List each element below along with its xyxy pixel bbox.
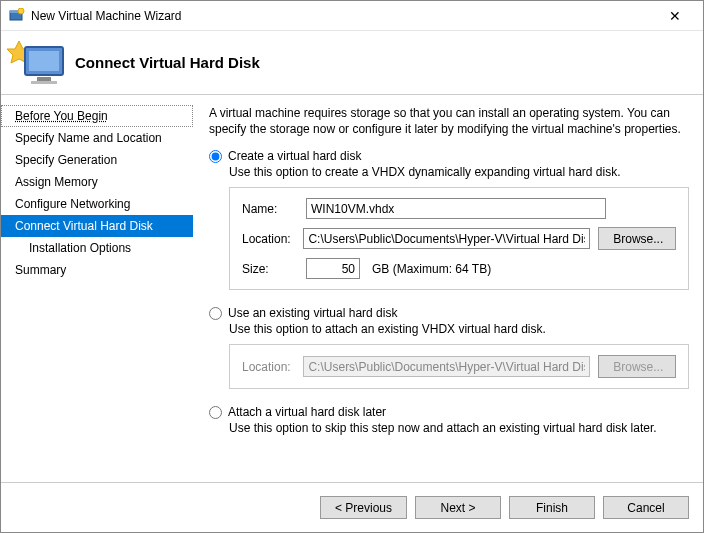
option-existing-vhd: Use an existing virtual hard disk Use th… <box>209 306 689 389</box>
step-configure-networking[interactable]: Configure Networking <box>1 193 193 215</box>
name-input[interactable] <box>306 198 606 219</box>
name-label: Name: <box>242 202 298 216</box>
step-specify-generation[interactable]: Specify Generation <box>1 149 193 171</box>
finish-button[interactable]: Finish <box>509 496 595 519</box>
step-installation-options[interactable]: Installation Options <box>1 237 193 259</box>
existing-location-input <box>303 356 590 377</box>
radio-later-label: Attach a virtual hard disk later <box>228 405 386 419</box>
next-button[interactable]: Next > <box>415 496 501 519</box>
browse-button[interactable]: Browse... <box>598 227 676 250</box>
wizard-window: New Virtual Machine Wizard ✕ Connect Vir… <box>0 0 704 533</box>
svg-rect-7 <box>31 81 57 84</box>
existing-desc: Use this option to attach an existing VH… <box>229 322 689 336</box>
titlebar: New Virtual Machine Wizard ✕ <box>1 1 703 31</box>
create-desc: Use this option to create a VHDX dynamic… <box>229 165 689 179</box>
close-button[interactable]: ✕ <box>655 8 695 24</box>
size-label: Size: <box>242 262 298 276</box>
create-fieldset: Name: Location: Browse... Size: GB (Maxi… <box>229 187 689 290</box>
cancel-button[interactable]: Cancel <box>603 496 689 519</box>
existing-browse-button: Browse... <box>598 355 676 378</box>
step-summary[interactable]: Summary <box>1 259 193 281</box>
location-input[interactable] <box>303 228 590 249</box>
wizard-icon <box>7 37 71 89</box>
wizard-steps: Before You Begin Specify Name and Locati… <box>1 95 193 482</box>
step-specify-name[interactable]: Specify Name and Location <box>1 127 193 149</box>
option-attach-later: Attach a virtual hard disk later Use thi… <box>209 405 689 435</box>
svg-rect-6 <box>37 77 51 81</box>
radio-attach-later[interactable] <box>209 406 222 419</box>
wizard-footer: < Previous Next > Finish Cancel <box>1 482 703 532</box>
radio-existing-vhd[interactable] <box>209 307 222 320</box>
window-title: New Virtual Machine Wizard <box>31 9 655 23</box>
svg-rect-5 <box>29 51 59 71</box>
later-desc: Use this option to skip this step now an… <box>229 421 689 435</box>
intro-text: A virtual machine requires storage so th… <box>209 105 689 137</box>
previous-button[interactable]: < Previous <box>320 496 407 519</box>
size-input[interactable] <box>306 258 360 279</box>
step-connect-vhd[interactable]: Connect Virtual Hard Disk <box>1 215 193 237</box>
page-title: Connect Virtual Hard Disk <box>75 54 260 71</box>
existing-fieldset: Location: Browse... <box>229 344 689 389</box>
option-create-vhd: Create a virtual hard disk Use this opti… <box>209 149 689 290</box>
svg-point-2 <box>18 8 24 14</box>
size-unit: GB (Maximum: 64 TB) <box>372 262 491 276</box>
content-pane: A virtual machine requires storage so th… <box>193 95 703 482</box>
step-assign-memory[interactable]: Assign Memory <box>1 171 193 193</box>
location-label: Location: <box>242 232 295 246</box>
app-icon <box>9 8 25 24</box>
page-header: Connect Virtual Hard Disk <box>1 31 703 95</box>
radio-create-label: Create a virtual hard disk <box>228 149 361 163</box>
existing-location-label: Location: <box>242 360 295 374</box>
step-before-you-begin[interactable]: Before You Begin <box>1 105 193 127</box>
radio-create-vhd[interactable] <box>209 150 222 163</box>
radio-existing-label: Use an existing virtual hard disk <box>228 306 397 320</box>
